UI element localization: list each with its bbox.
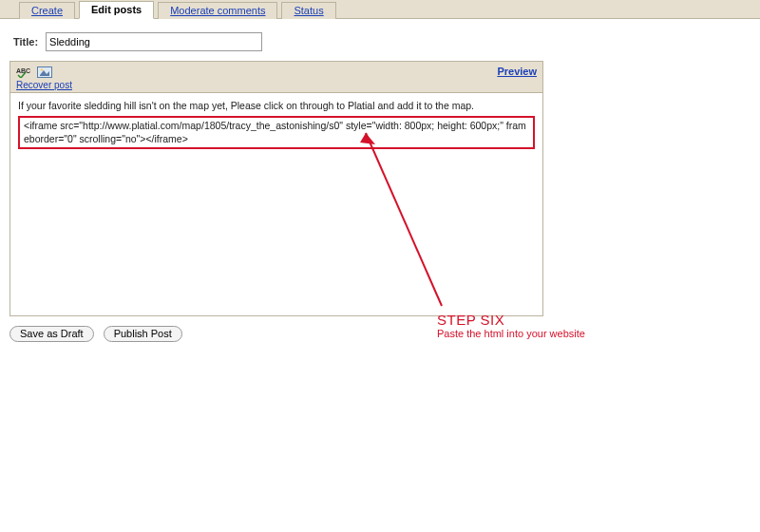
action-buttons: Save as Draft Publish Post bbox=[10, 326, 760, 342]
body-intro-text: If your favorite sledding hill isn't on … bbox=[18, 99, 535, 112]
editor-toolbar: ABC Recover post Preview bbox=[10, 62, 542, 93]
title-row: Title: bbox=[0, 19, 760, 57]
tab-strip: Create Edit posts Moderate comments Stat… bbox=[0, 0, 760, 19]
svg-point-3 bbox=[41, 68, 43, 70]
publish-post-button[interactable]: Publish Post bbox=[104, 326, 182, 342]
editor-card: ABC Recover post Preview bbox=[10, 61, 543, 316]
tab-edit-posts[interactable]: Edit posts bbox=[79, 1, 154, 19]
insert-image-icon[interactable] bbox=[37, 66, 52, 79]
title-input[interactable] bbox=[46, 32, 262, 51]
recover-post-link[interactable]: Recover post bbox=[16, 80, 72, 90]
tab-status[interactable]: Status bbox=[281, 2, 335, 19]
preview-link[interactable]: Preview bbox=[497, 66, 537, 77]
tab-moderate-comments[interactable]: Moderate comments bbox=[158, 2, 277, 19]
editor-body[interactable]: If your favorite sledding hill isn't on … bbox=[10, 93, 542, 315]
title-label: Title: bbox=[13, 36, 38, 48]
svg-text:ABC: ABC bbox=[16, 67, 30, 74]
tab-create[interactable]: Create bbox=[19, 2, 75, 19]
pasted-html-code: <iframe src="http://www.platial.com/map/… bbox=[18, 116, 535, 149]
save-draft-button[interactable]: Save as Draft bbox=[10, 326, 94, 342]
spellcheck-icon[interactable]: ABC bbox=[16, 66, 31, 79]
